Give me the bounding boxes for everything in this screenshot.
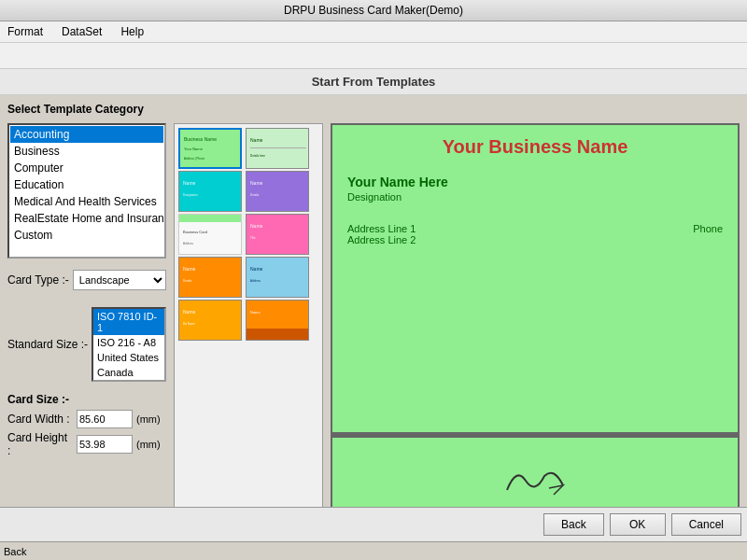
template-thumb-2[interactable]: Name Details here [246, 128, 309, 169]
svg-text:Name: Name [250, 223, 263, 229]
svg-text:Name: Name [183, 309, 196, 315]
svg-text:Name: Name [183, 180, 196, 186]
svg-text:Business Card: Business Card [183, 230, 207, 234]
standard-size-row: Standard Size :- ISO 7810 ID-1 ISO 216 -… [7, 307, 166, 382]
card-height-label: Card Height : [7, 431, 73, 457]
template-row-4: Name Details Name Address [178, 257, 318, 298]
svg-rect-21 [179, 258, 242, 298]
svg-rect-15 [179, 215, 242, 222]
size-china[interactable]: China [93, 380, 164, 382]
menu-bar: Format DataSet Help [0, 21, 747, 43]
card-type-row: Card Type :- Landscape Portrait [7, 270, 166, 290]
middle-panel: Business Name Your Name Address | Phone … [174, 123, 323, 559]
svg-text:Business Name: Business Name [184, 136, 217, 142]
menu-dataset[interactable]: DataSet [58, 23, 106, 40]
standard-size-section: Standard Size :- ISO 7810 ID-1 ISO 216 -… [7, 303, 166, 382]
category-list[interactable]: Accounting Business Computer Education M… [7, 123, 166, 259]
preview-designation: Designation [347, 191, 723, 203]
title-text: DRPU Business Card Maker(Demo) [284, 4, 463, 17]
svg-text:Details: Details [250, 193, 260, 197]
svg-text:Details here: Details here [250, 154, 265, 158]
template-thumb-5[interactable]: Business Card Address [178, 214, 242, 255]
cancel-button[interactable]: Cancel [671, 513, 741, 536]
preview-address: Address Line 1 Address Line 2 [347, 223, 416, 245]
template-thumb-9[interactable]: Name Biz Name [178, 300, 242, 341]
template-thumb-10[interactable]: Name [246, 300, 309, 341]
category-item-realestate[interactable]: RealEstate Home and Insurance [10, 210, 163, 227]
svg-rect-27 [179, 301, 242, 341]
card-height-unit: (mm) [136, 439, 161, 450]
svg-text:Name: Name [183, 266, 196, 272]
page-title: Start From Templates [312, 75, 436, 89]
card-width-unit: (mm) [136, 413, 161, 425]
svg-rect-6 [250, 147, 306, 148]
templates-scroll-area[interactable]: Business Name Your Name Address | Phone … [174, 123, 323, 559]
svg-rect-8 [179, 172, 242, 212]
preview-biz-name: Your Business Name [347, 136, 723, 158]
bottom-bar: Back OK Cancel [0, 507, 747, 541]
svg-text:Name: Name [250, 180, 263, 186]
svg-text:Biz Name: Biz Name [183, 322, 195, 326]
menu-help[interactable]: Help [117, 23, 148, 40]
back-button[interactable]: Back [543, 513, 604, 536]
svg-text:Name: Name [250, 310, 261, 315]
svg-text:Name: Name [250, 137, 263, 143]
preview-panel: Your Business Name Your Name Here Design… [331, 123, 740, 559]
template-row-2: Name Designation Name Details [178, 171, 318, 212]
card-width-row: Card Width : (mm) [7, 410, 166, 428]
left-panel: Accounting Business Computer Education M… [7, 123, 166, 559]
title-bar: DRPU Business Card Maker(Demo) [0, 0, 747, 21]
size-us[interactable]: United States [93, 350, 164, 365]
status-text: Back [4, 546, 26, 557]
standard-size-label: Standard Size :- [7, 338, 88, 351]
svg-text:Address: Address [250, 279, 261, 283]
size-iso216[interactable]: ISO 216 - A8 [93, 335, 164, 350]
preview-front: Your Business Name Your Name Here Design… [332, 125, 738, 432]
category-item-accounting[interactable]: Accounting [10, 126, 163, 143]
svg-rect-11 [247, 172, 309, 212]
category-item-custom[interactable]: Custom [10, 227, 163, 244]
category-item-education[interactable]: Education [10, 176, 163, 193]
template-thumb-3[interactable]: Name Designation [178, 171, 242, 212]
svg-text:Address | Phone: Address | Phone [184, 157, 204, 161]
size-iso7810[interactable]: ISO 7810 ID-1 [93, 309, 164, 335]
template-thumb-6[interactable]: Name Title [246, 214, 309, 255]
section-label: Select Template Category [7, 103, 740, 116]
svg-text:Designation: Designation [183, 193, 198, 197]
content-area: Accounting Business Computer Education M… [7, 123, 740, 559]
category-item-medical[interactable]: Medical And Health Services [10, 193, 163, 210]
svg-text:Title: Title [250, 236, 256, 240]
svg-text:Name: Name [250, 266, 263, 272]
preview-signature [498, 462, 572, 505]
card-size-section: Card Size :- Card Width : (mm) Card Heig… [7, 393, 166, 460]
size-canada[interactable]: Canada [93, 365, 164, 380]
svg-rect-24 [247, 258, 309, 298]
card-size-title: Card Size :- [7, 393, 166, 406]
svg-rect-31 [247, 329, 309, 341]
template-thumb-8[interactable]: Name Address [246, 257, 309, 298]
page-header: Start From Templates [0, 69, 747, 95]
ok-button[interactable]: OK [610, 513, 666, 536]
template-thumb-4[interactable]: Name Details [246, 171, 309, 212]
card-width-input[interactable] [77, 410, 133, 428]
category-item-computer[interactable]: Computer [10, 160, 163, 176]
card-height-input[interactable] [77, 435, 133, 454]
card-type-select[interactable]: Landscape Portrait [73, 270, 166, 290]
card-height-row: Card Height : (mm) [7, 431, 166, 457]
standard-size-list[interactable]: ISO 7810 ID-1 ISO 216 - A8 United States… [92, 307, 166, 382]
status-bar: Back [0, 541, 747, 560]
preview-address-row: Address Line 1 Address Line 2 Phone [347, 223, 723, 245]
template-row-1: Business Name Your Name Address | Phone … [178, 128, 318, 169]
svg-rect-4 [247, 129, 309, 169]
menu-format[interactable]: Format [4, 23, 47, 40]
preview-phone: Phone [693, 223, 723, 245]
toolbar [0, 43, 747, 69]
svg-text:Address: Address [183, 242, 194, 245]
template-thumb-1[interactable]: Business Name Your Name Address | Phone [178, 128, 242, 169]
template-row-5: Name Biz Name Name [178, 300, 318, 341]
category-item-business[interactable]: Business [10, 143, 163, 160]
template-thumb-7[interactable]: Name Details [178, 257, 242, 298]
svg-text:Your Name: Your Name [184, 147, 204, 151]
preview-your-name: Your Name Here [347, 175, 723, 189]
card-width-label: Card Width : [7, 413, 73, 426]
